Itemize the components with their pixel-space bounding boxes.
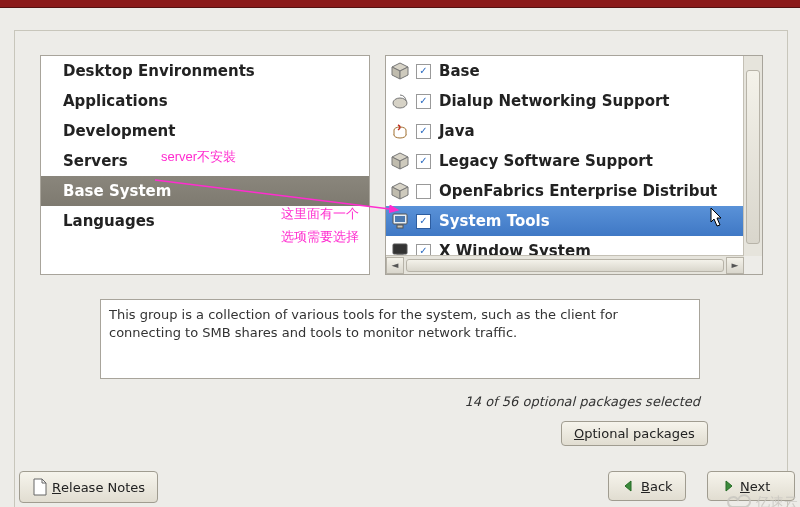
- optional-packages-count: 14 of 56 optional packages selected: [15, 394, 700, 409]
- window-top-bar: [0, 0, 800, 8]
- package-panel: ✓ Base ✓ Dialup Networking Support ✓ Jav…: [385, 55, 763, 275]
- package-item-openfabrics[interactable]: OpenFabrics Enterprise Distribut: [386, 176, 744, 206]
- category-item-desktop-environments[interactable]: Desktop Environments: [41, 56, 369, 86]
- package-item-base[interactable]: ✓ Base: [386, 56, 744, 86]
- box-icon: [390, 181, 410, 201]
- box-icon: [390, 151, 410, 171]
- package-description: This group is a collection of various to…: [100, 299, 700, 379]
- package-label: X Window System: [439, 242, 591, 256]
- optional-packages-button[interactable]: Optional packages: [561, 421, 708, 446]
- scroll-thumb[interactable]: [406, 259, 724, 272]
- package-list[interactable]: ✓ Base ✓ Dialup Networking Support ✓ Jav…: [386, 56, 744, 256]
- category-item-base-system[interactable]: Base System: [41, 176, 369, 206]
- arrow-left-icon: [621, 478, 637, 494]
- category-item-languages[interactable]: Languages: [41, 206, 369, 236]
- package-item-x-window[interactable]: ✓ X Window System: [386, 236, 744, 256]
- package-item-legacy[interactable]: ✓ Legacy Software Support: [386, 146, 744, 176]
- button-label: ack: [650, 479, 673, 494]
- category-item-development[interactable]: Development: [41, 116, 369, 146]
- modem-icon: [390, 91, 410, 111]
- button-accel: O: [574, 426, 584, 441]
- button-accel: N: [740, 479, 750, 494]
- back-button[interactable]: Back: [608, 471, 686, 501]
- button-accel: R: [52, 480, 61, 495]
- button-label: ptional packages: [584, 426, 695, 441]
- java-icon: [390, 121, 410, 141]
- svg-rect-14: [393, 244, 407, 254]
- package-label: OpenFabrics Enterprise Distribut: [439, 182, 717, 200]
- button-label: elease Notes: [61, 480, 145, 495]
- svg-rect-13: [397, 225, 403, 228]
- package-checkbox[interactable]: ✓: [416, 124, 431, 139]
- scroll-thumb[interactable]: [746, 70, 760, 244]
- release-notes-button[interactable]: Release Notes: [19, 471, 158, 503]
- svg-point-3: [393, 98, 407, 108]
- svg-rect-12: [395, 216, 405, 222]
- horizontal-scrollbar[interactable]: ◄ ►: [386, 255, 744, 274]
- package-label: Legacy Software Support: [439, 152, 653, 170]
- vertical-scrollbar[interactable]: [743, 56, 762, 256]
- scroll-left-icon[interactable]: ◄: [386, 257, 404, 274]
- watermark: 亿速云: [724, 493, 798, 507]
- button-label: ext: [750, 479, 771, 494]
- package-label: Base: [439, 62, 480, 80]
- package-label: Dialup Networking Support: [439, 92, 670, 110]
- package-checkbox[interactable]: ✓: [416, 94, 431, 109]
- computer-icon: [390, 211, 410, 231]
- installer-panel: Desktop Environments Applications Develo…: [14, 30, 788, 507]
- arrow-right-icon: [720, 478, 736, 494]
- category-list[interactable]: Desktop Environments Applications Develo…: [40, 55, 370, 275]
- category-item-servers[interactable]: Servers: [41, 146, 369, 176]
- watermark-text: 亿速云: [756, 494, 798, 507]
- package-label: Java: [439, 122, 475, 140]
- package-label: System Tools: [439, 212, 550, 230]
- screen-icon: [390, 241, 410, 256]
- package-checkbox[interactable]: ✓: [416, 154, 431, 169]
- package-item-system-tools[interactable]: ✓ System Tools: [386, 206, 744, 236]
- category-item-applications[interactable]: Applications: [41, 86, 369, 116]
- button-accel: B: [641, 479, 650, 494]
- package-item-dialup[interactable]: ✓ Dialup Networking Support: [386, 86, 744, 116]
- package-checkbox[interactable]: [416, 184, 431, 199]
- box-icon: [390, 61, 410, 81]
- package-item-java[interactable]: ✓ Java: [386, 116, 744, 146]
- package-checkbox[interactable]: ✓: [416, 64, 431, 79]
- package-checkbox[interactable]: ✓: [416, 214, 431, 229]
- page-icon: [32, 478, 48, 496]
- lists-row: Desktop Environments Applications Develo…: [40, 55, 765, 275]
- scroll-right-icon[interactable]: ►: [726, 257, 744, 274]
